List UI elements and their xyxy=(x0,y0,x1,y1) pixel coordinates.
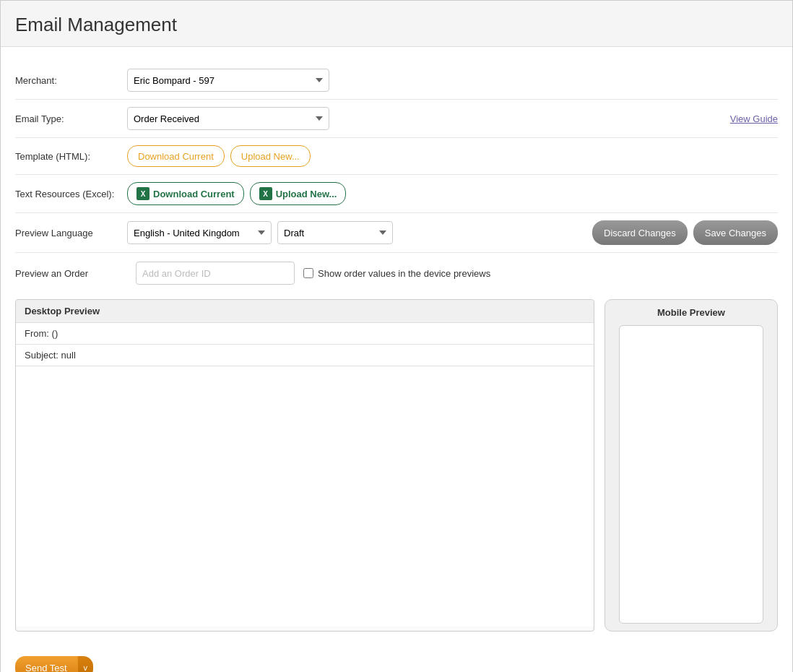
show-order-values-checkbox[interactable] xyxy=(303,268,313,278)
email-type-row: Email Type: Order Received View Guide xyxy=(15,100,778,138)
view-guide-link[interactable]: View Guide xyxy=(730,113,778,124)
previews-container: Desktop Preview From: () Subject: null M… xyxy=(15,299,778,632)
mobile-preview: Mobile Preview xyxy=(604,299,778,632)
page-title: Email Management xyxy=(15,14,778,36)
excel-download-icon: X xyxy=(136,187,150,200)
upload-new-excel-button[interactable]: X Upload New... xyxy=(250,182,347,205)
download-current-excel-label: Download Current xyxy=(153,189,235,199)
preview-from: From: () xyxy=(16,323,594,345)
desktop-preview: Desktop Preview From: () Subject: null xyxy=(15,299,594,632)
order-id-input[interactable] xyxy=(136,262,295,285)
merchant-label: Merchant: xyxy=(15,75,127,86)
preview-language-select[interactable]: English - United Kingdom xyxy=(127,221,272,244)
show-order-values-text: Show order values in the device previews xyxy=(318,268,490,279)
preview-subject: Subject: null xyxy=(16,345,594,366)
save-changes-button[interactable]: Save Changes xyxy=(693,220,778,245)
preview-body xyxy=(16,366,594,626)
template-html-label: Template (HTML): xyxy=(15,151,127,162)
send-test-button[interactable]: Send Test xyxy=(15,656,77,672)
text-resources-row: Text Resources (Excel): X Download Curre… xyxy=(15,175,778,213)
upload-new-html-button[interactable]: Upload New... xyxy=(230,145,311,167)
send-test-arrow-button[interactable]: v xyxy=(77,656,94,672)
email-type-select[interactable]: Order Received xyxy=(127,107,329,130)
preview-language-row: Preview Language English - United Kingdo… xyxy=(15,213,778,253)
draft-select[interactable]: Draft xyxy=(277,221,393,244)
preview-order-row: Preview an Order Show order values in th… xyxy=(15,253,778,293)
download-current-excel-button[interactable]: X Download Current xyxy=(127,182,244,205)
discard-save-group: Discard Changes Save Changes xyxy=(592,220,778,245)
merchant-select[interactable]: Eric Bompard - 597 xyxy=(127,69,329,92)
desktop-preview-header: Desktop Preview xyxy=(16,300,594,323)
mobile-screen xyxy=(619,325,763,624)
merchant-row: Merchant: Eric Bompard - 597 xyxy=(15,61,778,100)
show-order-values-label[interactable]: Show order values in the device previews xyxy=(303,268,490,279)
email-type-label: Email Type: xyxy=(15,113,127,124)
upload-new-excel-label: Upload New... xyxy=(276,189,337,199)
preview-language-label: Preview Language xyxy=(15,228,127,238)
template-html-row: Template (HTML): Download Current Upload… xyxy=(15,138,778,175)
excel-upload-icon: X xyxy=(259,187,272,200)
bottom-bar: Send Test v xyxy=(1,646,792,672)
mobile-preview-header: Mobile Preview xyxy=(657,307,725,318)
text-resources-label: Text Resources (Excel): xyxy=(15,189,127,199)
preview-order-label: Preview an Order xyxy=(15,268,127,279)
discard-changes-button[interactable]: Discard Changes xyxy=(592,220,688,245)
download-current-html-button[interactable]: Download Current xyxy=(127,145,225,167)
